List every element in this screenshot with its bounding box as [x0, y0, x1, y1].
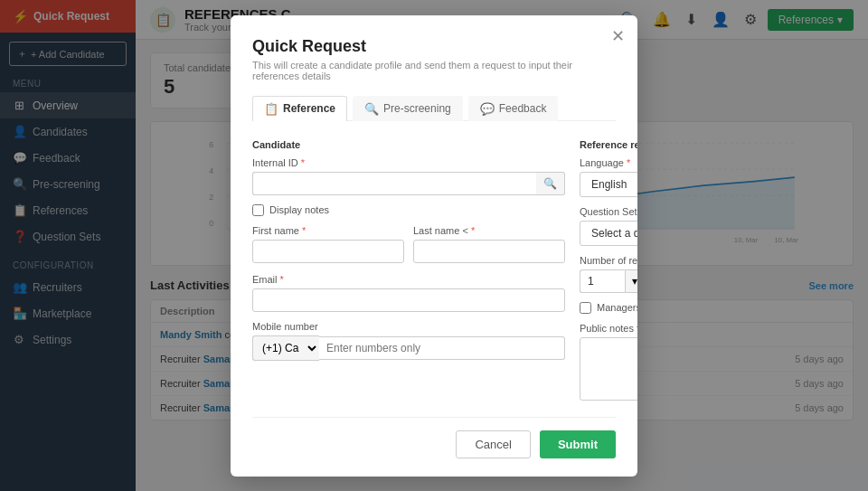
tab-reference-label: Reference — [283, 102, 335, 115]
tab-feedback-label: Feedback — [499, 102, 547, 115]
cancel-button[interactable]: Cancel — [456, 430, 530, 458]
display-notes-row: Display notes — [252, 204, 565, 216]
email-label: Email * — [252, 274, 565, 285]
candidate-col: Candidate Internal ID * 🔍 Display notes — [252, 139, 565, 401]
last-name-input[interactable] — [413, 240, 565, 263]
feedback-tab-icon: 💬 — [480, 102, 495, 116]
form-two-col: Candidate Internal ID * 🔍 Display notes — [252, 139, 616, 401]
internal-id-group: Internal ID * 🔍 — [252, 157, 565, 195]
quick-request-modal: ✕ Quick Request This will create a candi… — [231, 15, 637, 477]
name-row: First name * Last name < * — [252, 225, 565, 263]
candidate-section-title: Candidate — [252, 139, 565, 150]
question-set-label: Question Set * — [580, 206, 637, 217]
language-label: Language * — [580, 157, 637, 168]
tab-reference[interactable]: 📋 Reference — [252, 96, 347, 121]
internal-id-input-row: 🔍 — [252, 172, 565, 195]
num-refs-group: Number of references * ▾ — [580, 255, 637, 293]
submit-button[interactable]: Submit — [540, 430, 616, 458]
num-refs-input[interactable] — [580, 269, 625, 293]
internal-id-search-button[interactable]: 🔍 — [536, 172, 565, 195]
modal-overlay[interactable]: ✕ Quick Request This will create a candi… — [0, 0, 868, 491]
modal-footer: Cancel Submit — [252, 417, 616, 458]
email-input[interactable] — [252, 288, 565, 312]
tab-pre-screening-label: Pre-screening — [383, 102, 451, 115]
mobile-label: Mobile number — [252, 321, 565, 332]
required-star: * — [301, 157, 305, 168]
internal-id-input[interactable] — [252, 172, 536, 195]
public-notes-label: Public notes for the candidate — [580, 323, 637, 334]
num-refs-decrement-button[interactable]: ▾ — [625, 269, 637, 293]
language-select[interactable]: English — [580, 172, 637, 197]
question-set-group: Question Set * Select a question set — [580, 206, 637, 246]
internal-id-label: Internal ID * — [252, 157, 565, 168]
language-group: Language * English — [580, 157, 637, 197]
tab-pre-screening[interactable]: 🔍 Pre-screening — [353, 96, 463, 121]
last-name-label: Last name < * — [413, 225, 565, 236]
reference-tab-icon: 📋 — [264, 102, 278, 116]
required-star: * — [302, 225, 306, 236]
managers-only-checkbox[interactable] — [580, 302, 591, 314]
question-set-select[interactable]: Select a question set — [580, 221, 637, 246]
pre-screening-tab-icon: 🔍 — [364, 102, 379, 116]
phone-row: (+1) Ca — [252, 335, 565, 361]
public-notes-group: Public notes for the candidate — [580, 323, 637, 401]
modal-close-button[interactable]: ✕ — [611, 26, 625, 46]
tab-feedback[interactable]: 💬 Feedback — [468, 96, 559, 121]
required-star: * — [627, 157, 630, 168]
num-refs-row: ▾ — [580, 269, 637, 293]
phone-number-input[interactable] — [319, 336, 565, 360]
managers-only-label: Managers only — [597, 302, 637, 313]
phone-prefix-select[interactable]: (+1) Ca — [252, 335, 319, 361]
mobile-group: Mobile number (+1) Ca — [252, 321, 565, 361]
managers-only-row: Managers only — [580, 302, 637, 314]
reference-section-title: Reference request — [580, 139, 637, 150]
modal-title: Quick Request — [252, 37, 616, 56]
public-notes-textarea[interactable] — [580, 337, 637, 401]
modal-tabs: 📋 Reference 🔍 Pre-screening 💬 Feedback — [252, 96, 616, 121]
required-star: * — [280, 274, 284, 285]
first-name-group: First name * — [252, 225, 404, 263]
num-refs-label: Number of references * — [580, 255, 637, 266]
email-group: Email * — [252, 274, 565, 312]
required-star: * — [471, 225, 475, 236]
first-name-input[interactable] — [252, 240, 404, 263]
last-name-group: Last name < * — [413, 225, 565, 263]
reference-request-col: Reference request Language * English Que… — [580, 139, 637, 401]
modal-subtitle: This will create a candidate profile and… — [252, 60, 616, 81]
display-notes-checkbox[interactable] — [252, 204, 264, 216]
display-notes-label: Display notes — [269, 204, 329, 215]
first-name-label: First name * — [252, 225, 404, 236]
